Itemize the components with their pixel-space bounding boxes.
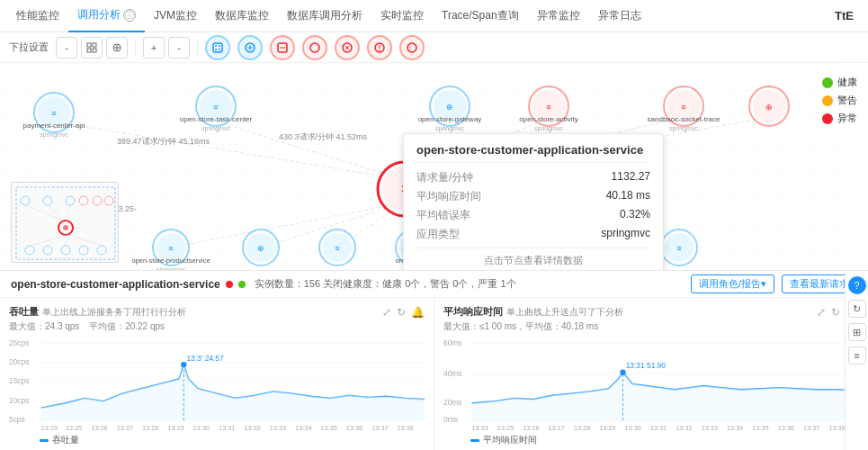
nav-item-overview[interactable]: 性能监控	[7, 0, 68, 32]
nav-item-db-analysis[interactable]: 数据库调用分析	[278, 0, 371, 32]
svg-text:389.47请求/分钟 45.16ms: 389.47请求/分钟 45.16ms	[117, 137, 210, 146]
svg-text:⊕: ⊕	[446, 103, 453, 112]
svg-text:≡: ≡	[168, 244, 173, 253]
svg-point-10	[215, 49, 217, 50]
tooltip-label-4: 应用类型	[416, 227, 460, 242]
role-report-btn[interactable]: 调用角色/报告▾	[691, 274, 774, 293]
svg-text:13:29: 13:29	[599, 424, 615, 432]
icon-btn-1[interactable]	[81, 37, 103, 58]
node-type-btn-3[interactable]	[270, 35, 295, 60]
svg-text:13:35: 13:35	[321, 424, 337, 432]
zoom-out-btn2[interactable]: -	[168, 37, 190, 58]
svg-text:open-store-activity: open-store-activity	[519, 115, 577, 123]
svg-text:13:27: 13:27	[117, 424, 133, 432]
svg-rect-0	[87, 43, 91, 47]
chart1-alert-icon[interactable]: 🔔	[411, 306, 425, 319]
nav-item-trace[interactable]: Trace/Span查询	[433, 0, 528, 32]
svg-text:13:36: 13:36	[778, 424, 794, 432]
svg-point-23	[379, 50, 380, 51]
charts-area: 吞吐量 单上出线上游服务务丁用打行行分析 ⤢ ↻ 🔔 最大值：24.3 qps …	[0, 298, 868, 450]
svg-text:13:34: 13:34	[727, 424, 743, 432]
info-icon: ⓘ	[123, 9, 136, 22]
svg-text:13:35: 13:35	[752, 424, 768, 432]
nav-item-logs[interactable]: 异常日志	[589, 0, 650, 32]
svg-text:⊕: ⊕	[765, 103, 773, 112]
legend-item-warning: 警告	[822, 94, 857, 107]
tooltip-value-3: 0.32%	[620, 208, 650, 223]
tooltip-label-3: 平均错误率	[416, 208, 470, 223]
zoom-out-btn[interactable]: -	[56, 37, 77, 58]
svg-text:15cps: 15cps	[9, 376, 29, 385]
tooltip-title: open-store-customer-application-service	[416, 143, 650, 163]
svg-text:13:30: 13:30	[625, 424, 641, 432]
svg-text:60ms: 60ms	[443, 338, 462, 347]
svg-text:5cps: 5cps	[9, 415, 25, 424]
tooltip-row-2: 平均响应时间 40.18 ms	[416, 189, 650, 204]
svg-text:13:34: 13:34	[295, 424, 311, 432]
legend-item-error: 异常	[822, 112, 857, 125]
chart2-subtitle: 单上曲线上升送点可了下分析	[506, 306, 623, 319]
chart2-meta: 最大值：≤1 00 ms，平均值：40.18 ms	[443, 320, 859, 333]
tooltip-value-1: 1132.27	[612, 170, 650, 185]
tooltip-row-1: 请求量/分钟 1132.27	[416, 170, 650, 185]
legend: 健康 警告 异常	[822, 76, 857, 125]
chart2-legend: 平均响应时间	[443, 434, 859, 446]
svg-text:20ms: 20ms	[443, 398, 462, 407]
nav-item-analysis[interactable]: 调用分析 ⓘ	[68, 0, 145, 32]
svg-text:≡: ≡	[213, 103, 218, 112]
topology-toolbar: 下拉设置 - + -	[0, 32, 868, 63]
tooltip-row-4: 应用类型 springmvc	[416, 227, 650, 242]
chart1-expand-icon[interactable]: ⤢	[382, 306, 391, 319]
chart2-body: 60ms 40ms 20ms 0ms 13:31	[443, 336, 859, 432]
chart1-meta: 最大值：24.3 qps 平均值：20.22 qps	[9, 320, 425, 333]
svg-text:40ms: 40ms	[443, 369, 462, 378]
menu-sidebar-icon[interactable]: ≡	[848, 346, 866, 364]
svg-text:13:33: 13:33	[270, 424, 286, 432]
svg-point-129	[181, 362, 186, 367]
svg-text:springmvc: springmvc	[534, 125, 563, 132]
chart2-refresh-icon[interactable]: ↻	[831, 306, 840, 319]
chart1-refresh-icon[interactable]: ↻	[397, 306, 406, 319]
feedback-icon[interactable]: ?	[848, 276, 866, 294]
nav-item-alerts[interactable]: 异常监控	[528, 0, 589, 32]
preset-label: 下拉设置	[9, 40, 49, 54]
svg-text:13:25: 13:25	[66, 424, 82, 432]
svg-rect-2	[87, 49, 91, 52]
zoom-in-btn[interactable]: +	[143, 37, 165, 58]
nav-item-database[interactable]: 数据库监控	[206, 0, 278, 32]
svg-text:13:32: 13:32	[244, 424, 260, 432]
grid-sidebar-icon[interactable]: ⊞	[848, 323, 866, 341]
node-type-btn-4[interactable]	[302, 35, 327, 60]
svg-text:25cps: 25cps	[9, 338, 29, 347]
node-type-btn-6[interactable]	[367, 35, 392, 60]
nav-item-jvm[interactable]: JVM监控	[145, 0, 206, 32]
refresh-sidebar-icon[interactable]: ↻	[848, 300, 866, 318]
throughput-chart-panel: 吞吐量 单上出线上游服务务丁用打行行分析 ⤢ ↻ 🔔 最大值：24.3 qps …	[0, 298, 434, 450]
node-type-btn-5[interactable]	[335, 35, 360, 60]
svg-text:13:38: 13:38	[828, 424, 845, 432]
chart2-expand-icon[interactable]: ⤢	[817, 306, 826, 319]
stats-text: 实例数量：156 关闭健康度：健康 0个，警告 0个，严重 1个	[255, 277, 516, 291]
node-type-btn-7[interactable]: !	[399, 35, 425, 60]
svg-text:13:23: 13:23	[472, 424, 488, 432]
tooltip-footer: 点击节点查看详情数据	[416, 248, 650, 267]
tooltip-label-1: 请求量/分钟	[416, 170, 473, 185]
svg-text:springmvc: springmvc	[435, 125, 464, 132]
svg-text:open-store-gateway: open-store-gateway	[418, 115, 482, 123]
svg-text:13:29: 13:29	[167, 424, 183, 432]
tte-label: TtE	[835, 9, 861, 22]
node-type-btn-2[interactable]	[237, 35, 263, 60]
nav-item-exception[interactable]: 实时监控	[371, 0, 433, 32]
icon-btn-2[interactable]	[106, 37, 128, 58]
svg-text:13:36: 13:36	[346, 424, 362, 432]
svg-point-11	[219, 49, 220, 50]
svg-text:13:33: 13:33	[702, 424, 718, 432]
svg-text:10cps: 10cps	[9, 396, 29, 405]
bottom-header: open-store-customer-application-service …	[0, 271, 868, 298]
svg-text:13:38: 13:38	[398, 424, 414, 432]
svg-text:≡: ≡	[51, 109, 56, 118]
svg-text:430.3请求/分钟 41.52ms: 430.3请求/分钟 41.52ms	[279, 132, 368, 141]
node-type-btn-1[interactable]	[205, 35, 230, 60]
svg-text:springmvc: springmvc	[40, 131, 68, 139]
minimap	[11, 182, 119, 263]
